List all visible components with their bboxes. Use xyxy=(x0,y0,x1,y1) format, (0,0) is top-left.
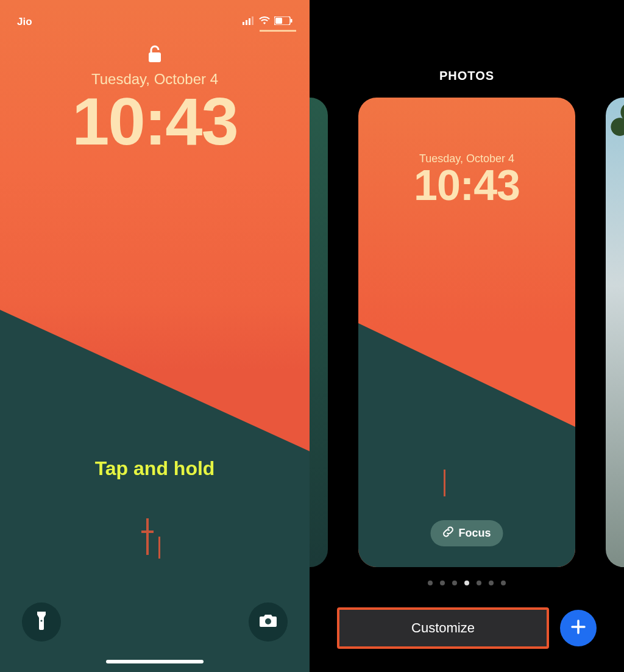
plus-icon xyxy=(570,618,587,638)
page-dot[interactable] xyxy=(464,581,469,585)
svg-rect-4 xyxy=(246,20,247,25)
lockscreen-panel[interactable]: Jio Tuesday, October 4 10:43 Tap and hol… xyxy=(0,0,310,672)
focus-link-button[interactable]: Focus xyxy=(430,520,503,546)
svg-rect-2 xyxy=(158,537,160,559)
camera-button[interactable] xyxy=(249,602,288,642)
svg-rect-6 xyxy=(252,16,254,25)
card-time: 10:43 xyxy=(358,161,575,210)
home-indicator[interactable] xyxy=(106,660,204,663)
svg-rect-3 xyxy=(243,22,244,25)
wifi-icon xyxy=(258,16,271,28)
page-dot[interactable] xyxy=(489,581,494,585)
wallpaper-carousel[interactable]: Tuesday, October 4 10:43 Focus xyxy=(310,98,624,567)
focus-label: Focus xyxy=(458,527,491,540)
add-wallpaper-button[interactable] xyxy=(560,610,597,646)
carrier-label: Jio xyxy=(17,16,32,28)
wallpaper-card-current[interactable]: Tuesday, October 4 10:43 Focus xyxy=(358,98,575,567)
customize-highlight-box: Customize xyxy=(337,607,549,649)
cellular-signal-icon xyxy=(243,16,255,28)
flashlight-button[interactable] xyxy=(22,602,61,642)
svg-rect-9 xyxy=(291,19,292,23)
status-underline xyxy=(260,30,296,32)
battery-icon xyxy=(274,16,292,28)
page-dot[interactable] xyxy=(440,581,445,585)
flashlight-icon xyxy=(35,612,48,632)
svg-point-11 xyxy=(40,620,42,621)
svg-rect-10 xyxy=(149,52,161,62)
link-icon xyxy=(442,526,453,540)
page-dot[interactable] xyxy=(452,581,457,585)
page-dot[interactable] xyxy=(501,581,506,585)
customize-label: Customize xyxy=(411,620,475,636)
svg-rect-0 xyxy=(146,518,149,555)
customize-button[interactable]: Customize xyxy=(339,610,547,646)
wallpaper-switcher-panel: PHOTOS Tuesday, October 4 10:43 Focus xyxy=(310,0,624,672)
wallpaper-card-next[interactable] xyxy=(606,98,624,567)
svg-rect-5 xyxy=(249,18,250,25)
instruction-overlay: Tap and hold xyxy=(0,457,310,480)
lock-open-icon xyxy=(0,45,310,63)
svg-point-12 xyxy=(265,618,271,624)
svg-rect-1 xyxy=(141,531,154,533)
switcher-title: PHOTOS xyxy=(310,69,624,83)
page-dot[interactable] xyxy=(477,581,481,585)
svg-rect-8 xyxy=(275,18,282,24)
lockscreen-time: 10:43 xyxy=(0,82,310,160)
svg-rect-13 xyxy=(444,470,445,496)
camera-icon xyxy=(259,613,277,631)
page-indicator xyxy=(310,581,624,585)
wallpaper-card-prev[interactable] xyxy=(310,98,328,567)
page-dot[interactable] xyxy=(428,581,433,585)
